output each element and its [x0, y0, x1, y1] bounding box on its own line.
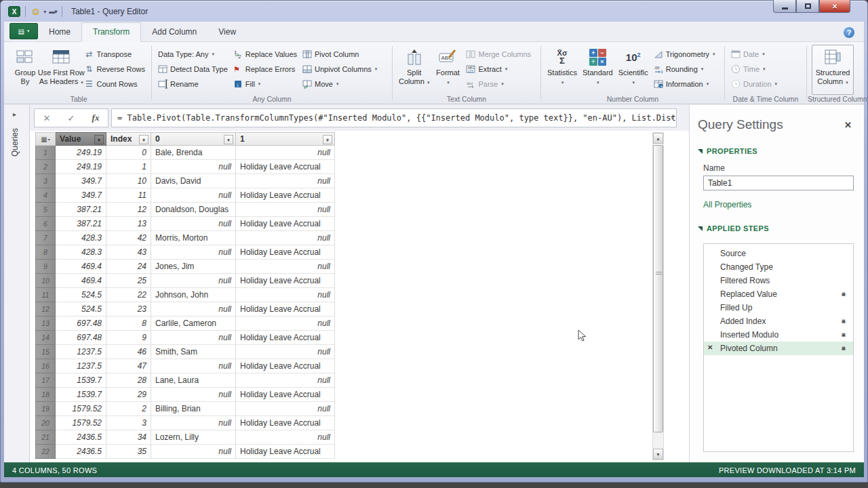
- cell-col1[interactable]: Holiday Leave Accrual: [236, 388, 335, 402]
- cell-col1[interactable]: Holiday Leave Accrual: [236, 416, 335, 430]
- step-label[interactable]: Changed Type: [720, 262, 840, 272]
- scroll-up-icon[interactable]: ▲: [653, 133, 663, 144]
- row-number[interactable]: 4: [35, 188, 56, 203]
- cell-index[interactable]: 2: [106, 402, 151, 416]
- step-label[interactable]: Added Index: [720, 317, 840, 326]
- cell-col1[interactable]: Holiday Leave Accrual: [236, 331, 335, 345]
- cell-value[interactable]: 349.7: [56, 174, 106, 188]
- cell-col1[interactable]: null: [236, 317, 335, 331]
- cell-index[interactable]: 22: [106, 288, 151, 302]
- row-number[interactable]: 3: [35, 174, 56, 188]
- fx-icon[interactable]: fx: [92, 113, 100, 123]
- cell-col1[interactable]: null: [236, 402, 335, 416]
- table-row[interactable]: 21 2436.5 34 Lozern, Lilly null: [35, 430, 335, 445]
- cell-value[interactable]: 697.48: [56, 331, 106, 345]
- table-row[interactable]: 15 1237.5 46 Smith, Sam null: [35, 345, 335, 359]
- step-settings-gear-icon[interactable]: +×: [840, 344, 848, 352]
- row-number[interactable]: 7: [35, 231, 56, 245]
- step-label[interactable]: Filled Up: [720, 303, 840, 312]
- cell-col1[interactable]: Holiday Leave Accrual: [236, 160, 335, 174]
- cell-value[interactable]: 1539.7: [56, 373, 106, 388]
- queries-pane[interactable]: ▸ Queries: [4, 105, 30, 462]
- extract-button[interactable]: ABC123 Extract▾: [463, 62, 534, 76]
- parse-button[interactable]: abc Parse▾: [463, 77, 534, 91]
- table-row[interactable]: 18 1539.7 29 null Holiday Leave Accrual: [35, 388, 335, 402]
- cell-value[interactable]: 1539.7: [56, 388, 106, 402]
- rename-button[interactable]: Rename: [155, 77, 231, 91]
- table-row[interactable]: 22 2436.5 35 null Holiday Leave Accrual: [35, 445, 335, 459]
- group-by-button[interactable]: GroupBy: [9, 45, 41, 95]
- cell-index[interactable]: 0: [106, 146, 151, 160]
- cell-index[interactable]: 24: [106, 260, 151, 274]
- transpose-button[interactable]: ⇄Transpose: [81, 47, 148, 61]
- unpivot-columns-button[interactable]: Unpivot Columns▾: [300, 62, 380, 76]
- cell-value[interactable]: 249.19: [56, 146, 106, 160]
- cell-col0[interactable]: Lane, Laura: [151, 373, 236, 388]
- row-number[interactable]: 14: [35, 331, 56, 345]
- tab-transform[interactable]: Transform: [81, 22, 141, 42]
- qat-customize-icon[interactable]: ▬▾: [49, 8, 57, 15]
- table-row[interactable]: 16 1237.5 47 null Holiday Leave Accrual: [35, 359, 335, 373]
- cell-col0[interactable]: null: [151, 359, 236, 373]
- cell-col0[interactable]: null: [151, 445, 236, 459]
- applied-steps-section-header[interactable]: APPLIED STEPS: [698, 224, 853, 232]
- row-number[interactable]: 10: [35, 274, 56, 288]
- filter-dropdown-icon[interactable]: ▾: [94, 135, 104, 144]
- cell-col1[interactable]: Holiday Leave Accrual: [236, 188, 335, 203]
- tab-add-column[interactable]: Add Column: [141, 23, 208, 41]
- cell-col1[interactable]: Holiday Leave Accrual: [236, 445, 335, 459]
- table-row[interactable]: 14 697.48 9 null Holiday Leave Accrual: [35, 331, 335, 345]
- cell-index[interactable]: 10: [106, 174, 151, 188]
- cell-col0[interactable]: null: [151, 331, 236, 345]
- cell-col1[interactable]: Holiday Leave Accrual: [236, 274, 335, 288]
- fill-button[interactable]: ↓ Fill▾: [231, 77, 300, 91]
- smiley-qat-icon[interactable]: ☺: [31, 6, 41, 17]
- cell-index[interactable]: 35: [106, 445, 151, 459]
- cell-col1[interactable]: null: [236, 203, 335, 217]
- reverse-rows-button[interactable]: ⇅Reverse Rows: [81, 62, 148, 76]
- cell-value[interactable]: 2436.5: [56, 430, 106, 445]
- step-label[interactable]: Inserted Modulo: [720, 330, 840, 340]
- applied-step-item[interactable]: ✕ Added Index +×: [704, 314, 853, 328]
- cell-index[interactable]: 9: [106, 331, 151, 345]
- format-button[interactable]: ABC Format▾: [432, 45, 463, 95]
- row-number[interactable]: 20: [35, 416, 56, 430]
- applied-step-item[interactable]: ✕ Changed Type +×: [704, 260, 853, 274]
- scrollbar-thumb[interactable]: [653, 145, 663, 432]
- minimize-button[interactable]: [773, 0, 796, 13]
- column-header-0[interactable]: 0▾: [151, 132, 236, 146]
- table-row[interactable]: 6 387.21 13 null Holiday Leave Accrual: [35, 217, 335, 231]
- cell-value[interactable]: 1237.5: [56, 345, 106, 359]
- trigonometry-button[interactable]: Trigonometry▾: [651, 47, 718, 61]
- table-row[interactable]: 9 469.4 24 Jones, Jim null: [35, 260, 335, 274]
- row-number[interactable]: 1: [35, 146, 56, 160]
- cell-value[interactable]: 249.19: [56, 160, 106, 174]
- applied-step-item[interactable]: ✕ Source +×: [704, 247, 853, 260]
- cell-index[interactable]: 12: [106, 203, 151, 217]
- row-number[interactable]: 13: [35, 317, 56, 331]
- table-row[interactable]: 7 428.3 42 Morris, Morton null: [35, 231, 335, 245]
- row-number[interactable]: 15: [35, 345, 56, 359]
- table-row[interactable]: 13 697.48 8 Carlile, Cameron null: [35, 317, 335, 331]
- cell-col0[interactable]: null: [151, 388, 236, 402]
- cell-index[interactable]: 43: [106, 245, 151, 260]
- cell-index[interactable]: 47: [106, 359, 151, 373]
- step-settings-gear-icon[interactable]: +×: [840, 331, 848, 339]
- cell-value[interactable]: 1237.5: [56, 359, 106, 373]
- cell-col1[interactable]: null: [236, 146, 335, 160]
- close-button[interactable]: ✕: [819, 0, 850, 13]
- query-name-input[interactable]: Table1: [703, 176, 854, 190]
- cell-col0[interactable]: null: [151, 188, 236, 203]
- cell-col1[interactable]: null: [236, 260, 335, 274]
- scientific-button[interactable]: 102 Scientific▾: [616, 45, 651, 95]
- table-row[interactable]: 3 349.7 10 Davis, David null: [35, 174, 335, 188]
- step-settings-gear-icon[interactable]: +×: [840, 290, 848, 298]
- table-row[interactable]: 11 524.5 22 Johnson, John null: [35, 288, 335, 302]
- row-number[interactable]: 22: [35, 445, 56, 459]
- cell-value[interactable]: 2436.5: [56, 445, 106, 459]
- step-label[interactable]: Source: [720, 249, 840, 258]
- cell-col0[interactable]: Lozern, Lilly: [151, 430, 236, 445]
- cell-col0[interactable]: Smith, Sam: [151, 345, 236, 359]
- chevron-down-icon[interactable]: ▾: [43, 9, 46, 15]
- cell-value[interactable]: 469.4: [56, 274, 106, 288]
